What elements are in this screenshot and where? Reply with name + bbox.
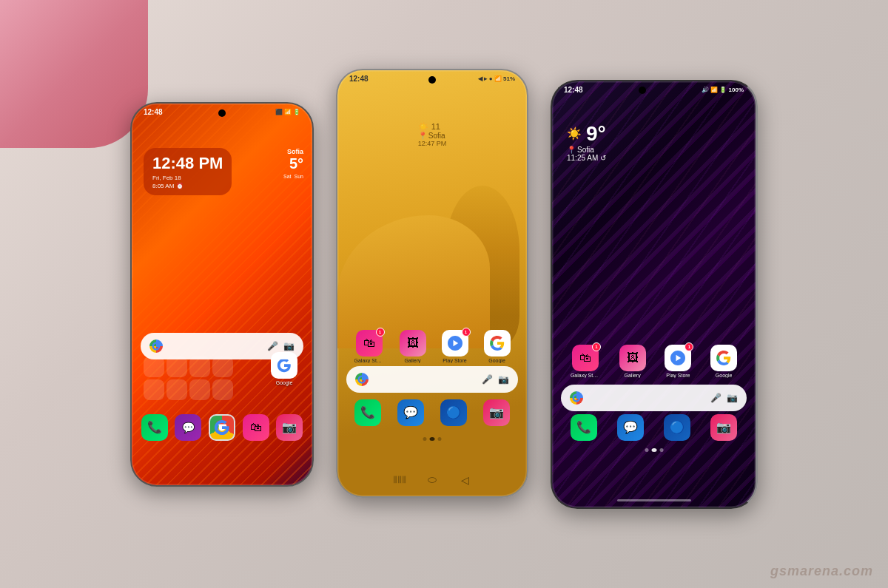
phone-2-messages-icon: 💬 (397, 399, 424, 426)
phone-2-dock-messages[interactable]: 💬 (397, 399, 424, 426)
phone-1-dot-4 (212, 356, 233, 377)
phone-3-dot-3 (659, 448, 663, 452)
phone-1-widget-time: 12:48 PM (152, 154, 223, 173)
phone-2-clock-widget: ☀️ 11 📍 Sofia 12:47 PM (418, 122, 447, 147)
phone-2-clock-time: 11 (431, 122, 440, 131)
phone-1-app-galaxy[interactable]: 🛍 (243, 414, 269, 441)
phone-2-search-mic-icon: 🎤 (481, 374, 493, 385)
phone-3-vol-down-btn (551, 170, 551, 196)
phone-3-search-bar[interactable]: 🎤 📷 (561, 385, 747, 411)
phone-3-galaxy-store[interactable]: 🛍 1 Galaxy Store (571, 345, 600, 378)
phone-1-weather-temp: 5° (283, 155, 303, 172)
phone-2-dock-bixby[interactable]: 🔵 (440, 399, 467, 426)
phone-1-search-bar[interactable]: 🎤 📷 (141, 333, 303, 359)
phone-3-punch-hole-status (639, 87, 646, 94)
phone-2-nav-back[interactable]: ⫴⫴⫴ (391, 471, 408, 489)
phone-2-power-btn (528, 129, 528, 166)
phone-3-google-search-icon (570, 391, 583, 405)
phone-1-phone-icon: 📞 (141, 414, 168, 441)
phone-1-widget-date: Fri, Feb 18 (152, 175, 223, 181)
phone-3-play-store-badge: 1 (684, 342, 693, 351)
phone-1-app-viber[interactable]: 💬 (175, 414, 201, 441)
phone-3-weather-city: Sofia (577, 146, 594, 154)
phone-2-google-search-icon (355, 373, 369, 386)
phone-2-galaxy-store-badge: 1 (376, 328, 385, 337)
phone-1-app-dots (144, 356, 233, 400)
phone-1-app-chrome[interactable] (209, 414, 235, 441)
phone-2-gallery-icon: 🖼 (400, 330, 426, 356)
phone-2-body: 12:48 ◀ ▸ ● 📶 51% ☀️ 11 📍 Sofia 12:47 PM (336, 69, 528, 498)
phone-2-search-bar[interactable]: 🎤 📷 (346, 366, 518, 393)
phone-3-google-icon (710, 345, 737, 371)
phone-3-google[interactable]: Google (710, 345, 737, 378)
phone-1-app-phone[interactable]: 📞 (141, 414, 168, 441)
phone-1-search-lens-icon: 📷 (283, 340, 295, 352)
phone-1-dot-8 (212, 379, 233, 400)
phone-1-weather-widget: Sofia 5° Sat Sun (283, 148, 303, 179)
phone-2-time: 12:48 (349, 75, 369, 83)
phone-1-dot-7 (189, 379, 210, 400)
phone-2-google-icon (484, 330, 511, 356)
phone-3-status-bar: 12:48 🔊 📶 🔋 100% (552, 81, 756, 99)
phone-1-dot-5 (144, 379, 164, 400)
phone-2-dock-phone[interactable]: 📞 (354, 399, 381, 426)
phone-1-galaxy-icon: 🛍 (243, 414, 269, 441)
phone-3-weather-city-row: 📍 Sofia (567, 146, 606, 154)
phone-2-city: Sofia (428, 132, 445, 140)
phone-3-play-store-icon: 1 (665, 345, 691, 371)
phone-1-vol-up-btn (130, 155, 131, 181)
phone-2-google[interactable]: Google (484, 330, 511, 363)
phone-3-dock: 📞 💬 🔵 📷 (561, 414, 747, 441)
phone-1-weather-city: Sofia (283, 148, 303, 155)
phone-3-dock-messages[interactable]: 💬 (617, 414, 644, 441)
phone-2-galaxy-store-label: Galaxy Store (354, 358, 384, 363)
phone-2-dock-camera[interactable]: 📷 (483, 399, 510, 426)
phone-3-dot-2 (651, 448, 656, 452)
phone-3-galaxy-store-badge: 1 (592, 342, 601, 351)
phone-2-nav-recents[interactable]: ◁ (456, 471, 474, 489)
phone-2-dot-3 (438, 437, 442, 441)
phone-2-dot-2 (430, 437, 435, 441)
phone-1-weather-sun: Sun (295, 174, 303, 179)
phone-3-dock-bixby[interactable]: 🔵 (664, 414, 690, 441)
phone-1-app-camera[interactable]: 📷 (276, 414, 303, 441)
phone-3-body: 12:48 🔊 📶 🔋 100% ☀️ 9° 📍 Sofia 11:25 AM … (551, 80, 758, 509)
phone-2-dots (423, 437, 442, 441)
phone-2-dot-1 (423, 437, 427, 441)
phone-1-dot-3 (189, 356, 210, 377)
phone-2-camera-hole (428, 76, 436, 84)
phone-1-status-icons: ⬛ 📶 🔋 (275, 109, 300, 115)
phone-2-search-lens-icon: 📷 (497, 374, 509, 385)
phone-3-galaxy-store-label: Galaxy Store (571, 373, 600, 378)
phone-3-play-store[interactable]: 1 Play Store (665, 345, 691, 378)
phone-3-dock-phone[interactable]: 📞 (571, 414, 597, 441)
phone-2-gallery[interactable]: 🖼 Gallery (400, 330, 426, 363)
phone-3-status-icons: 🔊 📶 🔋 100% (702, 87, 744, 93)
gsmarena-watermark: gsmarena.com (770, 564, 873, 579)
phone-2-date-time: 12:47 PM (418, 140, 447, 147)
phone-1-widget-sub: 8:05 AM ⏰ (152, 183, 223, 189)
phone-1-power-btn (313, 163, 314, 200)
phone-3-gallery[interactable]: 🖼 Gallery (619, 345, 646, 378)
phone-samsung-s22-ultra: 12:48 🔊 📶 🔋 100% ☀️ 9° 📍 Sofia 11:25 AM … (551, 80, 758, 509)
phone-3-gallery-label: Gallery (625, 373, 641, 378)
phone-1-weather-sat: Sat (283, 174, 292, 179)
phone-2-play-store-label: Play Store (443, 358, 466, 363)
phone-3-search-mic-icon: 🎤 (710, 392, 722, 404)
phone-3-clock: 11:25 AM ↺ (567, 154, 606, 162)
phone-2-city-row: 📍 Sofia (418, 132, 447, 140)
phone-1-dot-6 (166, 379, 187, 400)
phone-2-galaxy-store-icon: 🛍 1 (356, 330, 383, 356)
phone-1-body: 12:48 ⬛ 📶 🔋 12:48 PM Fri, Feb 18 8:05 AM… (130, 102, 314, 487)
phone-2-galaxy-store[interactable]: 🛍 1 Galaxy Store (354, 330, 384, 363)
phone-3-dock-camera[interactable]: 📷 (710, 414, 737, 441)
phone-2-nav-home[interactable]: ⬭ (423, 471, 441, 489)
phone-3-power-btn (756, 141, 758, 178)
phone-1-camera-hole (218, 109, 226, 117)
phone-1-camera-icon: 📷 (276, 414, 303, 441)
phone-3-camera-icon: 📷 (710, 414, 737, 441)
phone-2-weather-row: ☀️ 11 (418, 122, 447, 132)
phone-1-search-mic-icon: 🎤 (266, 340, 278, 352)
phone-2-play-store[interactable]: 1 Play Store (442, 330, 468, 363)
phone-2-dock: 📞 💬 🔵 📷 (346, 399, 518, 426)
